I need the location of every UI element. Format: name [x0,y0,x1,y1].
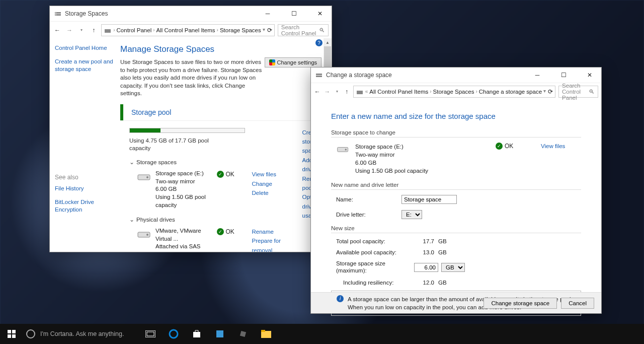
ok-icon: ✓ [496,143,503,150]
prepare-removal-link[interactable]: Prepare for removal [252,236,302,252]
physical-drives-subheader[interactable]: ⌄ Physical drives [129,216,302,223]
recent-dropdown[interactable]: ▾ [77,24,86,36]
cancel-button[interactable]: Cancel [561,298,594,309]
drive-icon [336,143,352,175]
unit: GB [438,249,458,255]
usage-text: Using 4.75 GB of 17.7 GB pool capacity [129,137,220,152]
svg-rect-11 [316,74,322,75]
search-input[interactable]: Search Control Panel 🔍︎ [278,24,329,36]
svg-rect-13 [357,91,363,94]
maximize-button[interactable]: ☐ [552,67,575,83]
section-header: New name and drive letter [331,182,581,190]
create-pool-link[interactable]: Create a new pool and storage space [55,58,115,73]
bitlocker-link[interactable]: BitLocker Drive Encryption [55,198,115,214]
svg-rect-19 [12,334,16,338]
close-button[interactable]: ✕ [578,67,601,83]
close-button[interactable]: ✕ [308,6,332,21]
drive-letter-select[interactable]: E: [401,210,422,219]
svg-rect-17 [12,330,16,333]
back-button[interactable]: ← [314,86,320,98]
available-capacity-value: 13.0 [414,249,434,255]
svg-rect-24 [216,330,223,337]
view-files-link[interactable]: View files [252,170,302,179]
drive-icon [136,228,152,240]
breadcrumb-item[interactable]: Storage Spaces [220,27,261,33]
sidebar: Control Panel Home Create a new pool and… [50,38,120,252]
recent-dropdown[interactable]: ▾ [334,86,340,98]
status-text: OK [226,171,234,178]
forward-button[interactable]: → [324,86,330,98]
back-button[interactable]: ← [53,24,62,36]
breadcrumb[interactable]: › Control Panel › All Control Panel Item… [101,24,275,36]
app-icon[interactable] [208,324,231,344]
minimize-button[interactable]: ─ [256,6,279,21]
breadcrumb-item[interactable]: All Control Panel Items [156,27,215,33]
edge-icon[interactable] [162,324,185,344]
pool-header[interactable]: Storage pool OK [120,105,328,121]
navbar: ← → ▾ ↑ › Control Panel › All Control Pa… [50,21,332,38]
svg-point-15 [345,149,347,151]
window-title: Storage Spaces [65,10,108,17]
search-input[interactable]: Search Control Panel 🔍︎ [558,86,598,98]
unit: GB [438,280,458,286]
app-icon-2[interactable] [231,324,255,344]
breadcrumb[interactable]: « All Control Panel Items › Storage Spac… [353,86,555,98]
breadcrumb-item[interactable]: All Control Panel Items [369,89,428,95]
shield-icon [269,59,275,65]
main-content: ? Manage Storage Spaces Use Storage Spac… [120,38,332,252]
page-description: Use Storage Spaces to save files to two … [120,58,266,98]
breadcrumb-item[interactable]: Change a storage space [479,89,542,95]
breadcrumb-item[interactable]: Storage Spaces [433,89,474,95]
up-button[interactable]: ↑ [89,24,98,36]
forward-button[interactable]: → [65,24,74,36]
space-type: Two-way mirror [155,178,217,186]
storage-spaces-subheader[interactable]: ⌄ Storage spaces [129,159,302,166]
svg-rect-26 [261,331,271,338]
search-icon: 🔍︎ [319,27,325,33]
maximize-button[interactable]: ☐ [282,6,305,21]
drive-name: VMware, VMware Virtual ... [155,227,217,243]
section-header: Storage space to change [331,129,581,137]
change-storage-space-button[interactable]: Change storage space [484,298,557,309]
up-button[interactable]: ↑ [343,86,350,98]
section-header: New size [331,225,581,233]
task-view-button[interactable] [139,324,162,344]
unit: GB [438,238,458,244]
space-name: Storage space (E:) [355,143,496,151]
drive-used: 37.6 % used [155,251,217,252]
total-capacity-label: Total pool capacity: [336,238,414,244]
start-button[interactable] [0,324,23,344]
file-history-link[interactable]: File History [55,185,115,192]
change-settings-button[interactable]: Change settings [265,57,322,67]
help-icon[interactable]: ? [315,39,323,46]
name-input[interactable] [401,195,457,204]
view-files-link[interactable]: View files [541,143,565,149]
window-title: Change a storage space [326,72,392,79]
drive-icon [136,171,152,183]
change-space-window: Change a storage space ─ ☐ ✕ ← → ▾ ↑ « A… [310,67,602,314]
drive-attach: Attached via SAS [155,243,217,251]
change-link[interactable]: Change [252,179,302,188]
control-panel-home-link[interactable]: Control Panel Home [55,44,115,52]
max-size-input[interactable] [414,263,438,272]
total-capacity-value: 17.7 [414,238,434,244]
delete-link[interactable]: Delete [252,188,302,197]
minimize-button[interactable]: ─ [526,67,549,83]
chevron-down-icon: ⌄ [129,216,136,223]
cortana-placeholder: I'm Cortana. Ask me anything. [40,330,124,337]
cortana-search[interactable]: I'm Cortana. Ask me anything. [23,324,139,344]
ok-icon: ✓ [217,228,224,235]
status-text: OK [505,143,513,150]
max-size-label: Storage space size (maximum): [336,260,414,274]
search-icon: 🔍︎ [589,89,595,95]
store-icon[interactable] [185,324,208,344]
size-unit-select[interactable]: GB [441,263,465,272]
storage-spaces-icon [315,71,323,80]
file-explorer-icon[interactable] [255,324,278,344]
rename-link[interactable]: Rename [252,227,302,236]
drive-letter-label: Drive letter: [336,212,401,218]
name-label: Name: [336,196,401,202]
breadcrumb-item[interactable]: Control Panel [117,27,152,33]
physical-drive-row: VMware, VMware Virtual ... Attached via … [136,227,302,252]
available-capacity-label: Available pool capacity: [336,249,414,255]
